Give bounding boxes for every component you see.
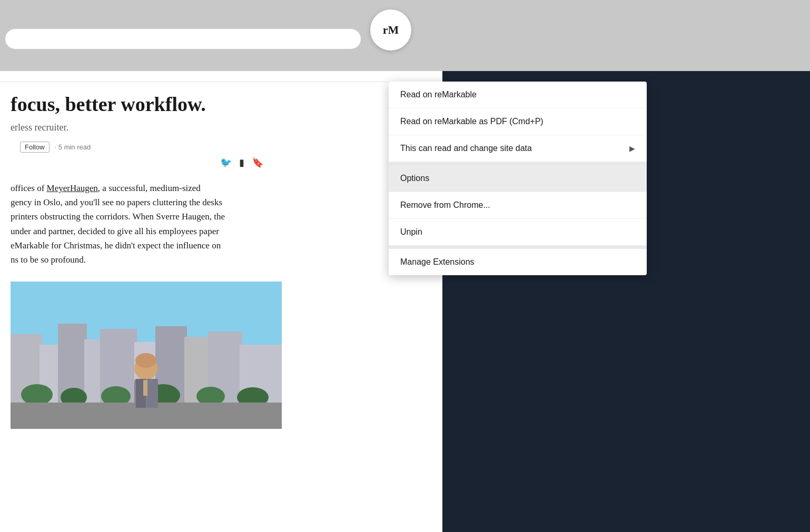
svg-point-23 <box>135 353 156 368</box>
menu-item-read-label: Read on reMarkable <box>400 90 477 99</box>
menu-item-manage-extensions[interactable]: Manage Extensions <box>389 249 647 275</box>
webpage-content: focus, better workflow. erless recruiter… <box>0 71 442 532</box>
body-text-before-link: offices of <box>11 183 47 193</box>
follow-button[interactable]: Follow <box>20 142 50 153</box>
chevron-right-icon: ▶ <box>629 144 635 153</box>
menu-item-manage-label: Manage Extensions <box>400 257 475 267</box>
menu-item-site-data[interactable]: This can read and change site data ▶ <box>389 135 647 162</box>
article-social-icons: 🐦 ▮ 🔖 <box>0 157 442 168</box>
menu-item-remove-from-chrome[interactable]: Remove from Chrome... <box>389 192 647 219</box>
rm-icon-label: rM <box>383 23 399 37</box>
context-menu: Read on reMarkable Read on reMarkable as… <box>389 82 647 275</box>
body-text-after-link: , a successful, medium-sizedgency in Osl… <box>11 183 225 265</box>
remarkable-extension-icon[interactable]: rM <box>370 9 411 51</box>
bookmark-icon[interactable]: 🔖 <box>252 157 263 168</box>
article-meta: Follow · 5 min read <box>0 142 442 153</box>
svg-rect-21 <box>146 379 158 408</box>
article-read-time: · 5 min read <box>55 143 91 151</box>
svg-rect-22 <box>143 380 147 396</box>
menu-item-remove-label: Remove from Chrome... <box>400 200 490 210</box>
article-body: offices of MeyerHaugen, a successful, me… <box>0 181 442 267</box>
menu-item-read-as-pdf[interactable]: Read on reMarkable as PDF (Cmd+P) <box>389 108 647 135</box>
facebook-icon[interactable]: ▮ <box>239 157 244 168</box>
article-divider <box>0 82 442 82</box>
twitter-icon[interactable]: 🐦 <box>220 157 232 168</box>
article-subtitle: erless recruiter. <box>0 122 442 133</box>
menu-item-site-data-label: This can read and change site data <box>400 144 532 153</box>
menu-item-options[interactable]: Options <box>389 165 647 192</box>
menu-item-unpin[interactable]: Unpin <box>389 219 647 246</box>
menu-item-pdf-label: Read on reMarkable as PDF (Cmd+P) <box>400 117 544 126</box>
article-photo <box>11 282 282 429</box>
meyerhaugen-link[interactable]: MeyerHaugen <box>47 183 98 193</box>
address-bar[interactable] <box>5 29 361 49</box>
svg-point-11 <box>21 384 53 405</box>
menu-item-read-on-remarkable[interactable]: Read on reMarkable <box>389 82 647 108</box>
menu-item-unpin-label: Unpin <box>400 227 422 237</box>
article-title: focus, better workflow. <box>0 93 442 116</box>
photo-cityscape-svg <box>11 282 282 429</box>
menu-item-options-label: Options <box>400 174 429 183</box>
